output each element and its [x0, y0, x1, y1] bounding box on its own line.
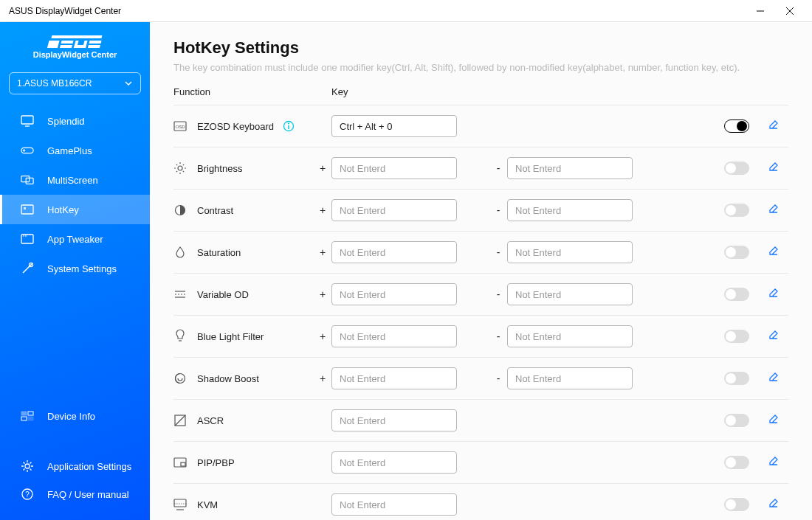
- edit-icon[interactable]: [768, 287, 780, 302]
- brightness-icon: [173, 162, 187, 175]
- hotkey-row: Contrast+-: [173, 189, 788, 231]
- hotkey-rows: OSDEZOSD KeyboardBrightness+-Contrast+-S…: [173, 105, 788, 520]
- enable-toggle[interactable]: [724, 456, 749, 469]
- sidebar-item-label: FAQ / User manual: [47, 489, 129, 500]
- window-minimize-button[interactable]: [746, 0, 775, 21]
- hotkey-input[interactable]: [331, 493, 457, 516]
- sidebar-item-systemsettings[interactable]: System Settings: [0, 254, 150, 283]
- sidebar-item-appsettings[interactable]: Application Settings: [0, 452, 150, 480]
- hotkey-input[interactable]: [331, 367, 457, 389]
- sidebar-item-splendid[interactable]: Splendid: [0, 106, 150, 136]
- hotkey-input-decrease[interactable]: [507, 283, 633, 305]
- edit-icon[interactable]: [768, 413, 780, 428]
- function-label: Blue Light Filter: [197, 331, 264, 342]
- chevron-down-icon: [124, 79, 133, 88]
- svg-rect-26: [28, 412, 33, 415]
- contrast-icon: [173, 204, 187, 217]
- enable-toggle[interactable]: [724, 246, 749, 259]
- sidebar-item-gameplus[interactable]: GamePlus: [0, 136, 150, 165]
- hotkey-input-decrease[interactable]: [507, 241, 633, 263]
- hotkey-input-decrease[interactable]: [507, 199, 633, 221]
- enable-toggle[interactable]: [724, 288, 749, 301]
- sidebar-item-hotkey[interactable]: HotKey: [0, 195, 150, 224]
- minus-sign: -: [489, 288, 507, 300]
- hotkey-input[interactable]: [331, 115, 457, 137]
- edit-cell: [759, 329, 788, 344]
- hotkey-row: Blue Light Filter+-: [173, 315, 788, 357]
- window-close-button[interactable]: [775, 0, 805, 21]
- edit-icon[interactable]: [768, 119, 780, 134]
- function-cell: Variable OD: [173, 288, 314, 301]
- sidebar-item-faq[interactable]: ? FAQ / User manual: [0, 480, 150, 508]
- plus-sign: +: [314, 372, 331, 384]
- svg-rect-11: [87, 45, 100, 48]
- function-cell: PIP/PBP: [173, 456, 314, 469]
- toggle-cell: [715, 498, 759, 511]
- key-input-cell-2: [507, 283, 633, 305]
- function-label: Contrast: [197, 205, 233, 216]
- plus-sign: +: [314, 330, 331, 342]
- minus-sign: -: [489, 330, 507, 342]
- hotkey-row: Variable OD+-: [173, 273, 788, 315]
- hotkey-input[interactable]: [331, 325, 457, 347]
- edit-icon[interactable]: [768, 161, 780, 176]
- help-icon: ?: [21, 488, 34, 501]
- edit-icon[interactable]: [768, 203, 780, 218]
- hotkey-input-decrease[interactable]: [507, 325, 633, 347]
- info-icon[interactable]: [283, 120, 295, 132]
- function-cell: Saturation: [173, 246, 314, 259]
- column-headers: Function Key: [173, 86, 788, 105]
- hotkey-input[interactable]: [331, 283, 457, 305]
- hotkey-row: PIP/PBP: [173, 441, 788, 483]
- svg-rect-5: [61, 41, 73, 44]
- sidebar-item-label: App Tweaker: [47, 234, 103, 245]
- sidebar-item-deviceinfo[interactable]: Device Info: [0, 402, 150, 430]
- edit-cell: [759, 203, 788, 218]
- hotkey-input[interactable]: [331, 409, 457, 431]
- enable-toggle[interactable]: [724, 372, 749, 385]
- edit-icon[interactable]: [768, 497, 780, 512]
- svg-rect-9: [73, 45, 86, 48]
- minus-sign: -: [489, 246, 507, 258]
- hotkey-icon: [21, 203, 34, 216]
- function-label: Brightness: [197, 163, 242, 174]
- edit-icon[interactable]: [768, 371, 780, 386]
- edit-icon[interactable]: [768, 329, 780, 344]
- function-cell: OSDEZOSD Keyboard: [173, 119, 314, 133]
- hotkey-input-decrease[interactable]: [507, 367, 633, 389]
- plus-sign: +: [314, 288, 331, 300]
- svg-rect-20: [24, 207, 26, 209]
- minus-sign: -: [489, 372, 507, 384]
- key-input-cell: [331, 199, 457, 221]
- key-input-cell: [331, 493, 457, 516]
- sidebar: DisplayWidget Center 1.ASUS MB166CR Sple…: [0, 22, 150, 520]
- ascr-icon: [173, 414, 187, 427]
- function-label: PIP/PBP: [197, 457, 235, 468]
- osd-icon: OSD: [173, 119, 187, 133]
- hotkey-input[interactable]: [331, 451, 457, 474]
- edit-icon[interactable]: [768, 245, 780, 260]
- hotkey-input[interactable]: [331, 241, 457, 263]
- sidebar-item-apptweaker[interactable]: App Tweaker: [0, 224, 150, 254]
- edit-icon[interactable]: [768, 455, 780, 470]
- enable-toggle[interactable]: [724, 204, 749, 217]
- enable-toggle[interactable]: [724, 119, 749, 133]
- brand-subtitle: DisplayWidget Center: [0, 50, 150, 59]
- hotkey-input[interactable]: [331, 157, 457, 179]
- deviceinfo-icon: [21, 409, 34, 423]
- sidebar-item-multiscreen[interactable]: MultiScreen: [0, 165, 150, 195]
- enable-toggle[interactable]: [724, 162, 749, 175]
- svg-rect-19: [21, 205, 33, 214]
- svg-rect-27: [21, 417, 27, 420]
- hotkey-input-decrease[interactable]: [507, 157, 633, 179]
- sidebar-item-label: Splendid: [47, 116, 85, 127]
- hotkey-input[interactable]: [331, 199, 457, 221]
- enable-toggle[interactable]: [724, 498, 749, 511]
- svg-point-29: [25, 464, 30, 468]
- device-select-dropdown[interactable]: 1.ASUS MB166CR: [9, 72, 141, 94]
- shadowboost-icon: [173, 372, 187, 385]
- edit-cell: [759, 371, 788, 386]
- enable-toggle[interactable]: [724, 414, 749, 427]
- key-input-cell: [331, 325, 457, 347]
- enable-toggle[interactable]: [724, 330, 749, 343]
